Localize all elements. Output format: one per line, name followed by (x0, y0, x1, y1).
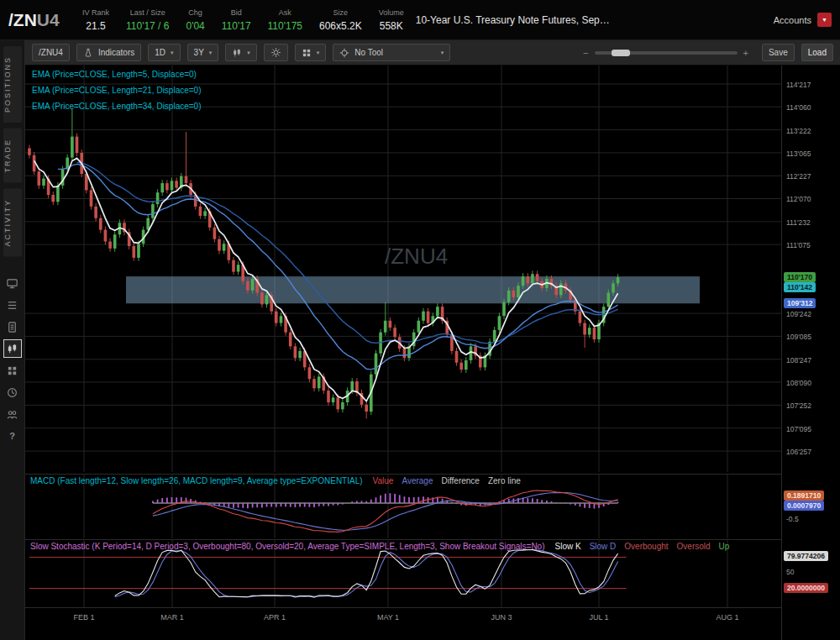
macd-legend: ValueAverageDifferenceZero line (373, 476, 521, 485)
symbol-title: /ZNU4 (0, 10, 81, 30)
active-tool-dropdown[interactable]: No Tool ▾ (333, 44, 450, 61)
active-tool-label: No Tool (354, 48, 383, 57)
price-axis-label: 109'085 (786, 333, 811, 341)
stochastic-panel: Slow Stochastic (K Period=14, D Period=3… (25, 539, 781, 606)
macd-panel: MACD (Fast length=12, Slow length=26, MA… (25, 474, 781, 538)
range-value: 3Y (194, 48, 204, 57)
legend-item: Zero line (488, 476, 521, 485)
symbol-root: /ZN (8, 10, 37, 29)
orders-icon[interactable] (4, 318, 21, 335)
help-icon[interactable]: ? (4, 428, 21, 444)
timeframe-value: 1D (155, 48, 165, 57)
time-axis-label: APR 1 (264, 613, 286, 622)
accounts-button[interactable]: Accounts ▼ (774, 13, 840, 27)
community-icon[interactable] (4, 406, 21, 422)
symbol-input[interactable]: /ZNU4 (32, 44, 70, 61)
symbol-input-value: /ZNU4 (39, 48, 63, 57)
save-button[interactable]: Save (762, 44, 795, 61)
macd-axis-tag: 0.0007970 (784, 501, 824, 511)
zoom-slider-handle[interactable] (612, 50, 630, 56)
sidebar-tab-positions[interactable]: POSITIONS (3, 46, 22, 123)
sidebar-tab-activity[interactable]: ACTIVITY (3, 189, 22, 257)
price-axis-label: 114'060 (786, 103, 811, 112)
stoch-axis-tag: 20.0000000 (784, 583, 828, 593)
stat-value: 110'17 / 6 (126, 20, 169, 32)
header-stat: Chg0'04 (186, 8, 204, 32)
study-label[interactable]: EMA (Price=CLOSE, Length=5, Displace=0) (32, 70, 202, 79)
chart-watermark: /ZNU4 (385, 244, 448, 270)
price-axis-label: 106'257 (786, 448, 811, 456)
stoch-legend: Slow KSlow DOverboughtOversoldUp (555, 542, 730, 551)
legend-item: Difference (442, 476, 480, 485)
header: /ZNU4 IV Rank21.5Last / Size110'17 / 6Ch… (0, 0, 840, 40)
macd-study-label-row: MACD (Fast length=12, Slow length=26, MA… (30, 476, 521, 485)
header-stats: IV Rank21.5Last / Size110'17 / 6Chg0'04B… (82, 8, 404, 32)
symbol-description: 10-Year U.S. Treasury Note Futures, Sep… (416, 14, 610, 26)
drawing-tools-dropdown[interactable]: ▾ (295, 44, 327, 61)
time-axis-label: MAR 1 (160, 613, 184, 622)
trading-app-window: { "header": { "symbol_root": "/ZN", "sym… (0, 0, 840, 640)
chart-region: EMA (Price=CLOSE, Length=5, Displace=0)E… (25, 66, 840, 640)
crosshair-icon (339, 48, 349, 58)
stat-value: 558K (380, 20, 403, 32)
range-dropdown[interactable]: 3Y▾ (187, 44, 219, 61)
chart-type-dropdown[interactable]: ▾ (225, 44, 257, 61)
header-stat: Last / Size110'17 / 6 (126, 8, 169, 32)
zoom-out-button[interactable]: − (583, 48, 588, 58)
price-axis-label: 111'075 (786, 241, 811, 249)
header-stat: IV Rank21.5 (82, 8, 109, 32)
sidebar-tab-trade[interactable]: TRADE (3, 129, 22, 183)
macd-study-label[interactable]: MACD (Fast length=12, Slow length=26, MA… (30, 476, 363, 485)
header-stat: Size606x5.2K (319, 8, 362, 32)
stoch-study-label[interactable]: Slow Stochastic (K Period=14, D Period=3… (30, 542, 545, 551)
legend-item: Up (719, 542, 730, 551)
time-axis-label: JUL 1 (589, 613, 608, 622)
legend-item: Slow D (590, 542, 617, 551)
help-glyph: ? (9, 431, 15, 441)
price-axis-label: 108'090 (786, 379, 811, 387)
stat-label: IV Rank (82, 8, 109, 17)
price-axis-label: 107'095 (786, 425, 811, 433)
price-axis-label: 109'242 (786, 310, 811, 318)
chart-icon[interactable] (4, 340, 21, 357)
price-axis-label: 114'217 (786, 81, 811, 89)
header-stat: Volume558K (379, 8, 404, 32)
price-axis-label: 108'247 (786, 356, 811, 365)
apps-grid-icon[interactable] (4, 362, 21, 379)
accounts-caret-icon[interactable]: ▼ (817, 13, 832, 27)
accounts-label: Accounts (774, 15, 811, 25)
clock-icon[interactable] (4, 384, 21, 401)
macd-scale-label: -0.5 (786, 515, 799, 523)
sidebar-icon-rail: ? (4, 270, 21, 444)
sidebar: POSITIONS TRADE ACTIVITY ? (0, 40, 25, 640)
legend-item: Oversold (677, 542, 711, 551)
chart-settings-button[interactable] (264, 44, 288, 61)
stat-value: 110'175 (268, 20, 302, 32)
indicators-button[interactable]: Indicators (76, 44, 141, 61)
header-stat: Bid110'17 (222, 8, 251, 32)
stat-value: 21.5 (86, 20, 105, 32)
zoom-slider-track[interactable] (595, 51, 738, 55)
study-label[interactable]: EMA (Price=CLOSE, Length=34, Displace=0) (32, 102, 202, 111)
study-label[interactable]: EMA (Price=CLOSE, Length=21, Displace=0) (32, 86, 202, 95)
monitor-icon[interactable] (4, 275, 21, 291)
time-axis-label: JUN 3 (491, 613, 512, 622)
stat-label: Chg (188, 8, 202, 17)
load-button[interactable]: Load (801, 44, 833, 61)
price-axis-label: 113'065 (786, 150, 811, 158)
legend-item: Value (373, 476, 394, 485)
price-axis-tag: 109'312 (784, 298, 816, 308)
time-axis-label: FEB 1 (73, 613, 94, 622)
chevron-down-icon: ▾ (317, 50, 320, 56)
timeframe-dropdown[interactable]: 1D▾ (148, 44, 180, 61)
zoom-in-button[interactable]: + (743, 48, 748, 58)
chart-plots: EMA (Price=CLOSE, Length=5, Displace=0)E… (25, 66, 781, 640)
load-label: Load (808, 48, 827, 57)
chevron-down-icon: ▾ (441, 50, 444, 56)
symbol-suffix: U4 (37, 10, 60, 29)
price-axis-tag: 110'142 (784, 282, 816, 292)
watchlist-icon[interactable] (4, 296, 21, 313)
macd-axis-tag: 0.1891710 (784, 490, 824, 501)
price-axis[interactable]: 114'217114'060113'222113'065112'227112'0… (781, 66, 840, 640)
time-axis[interactable]: FEB 1MAR 1APR 1MAY 1JUN 3JUL 1AUG 1 (25, 607, 781, 627)
